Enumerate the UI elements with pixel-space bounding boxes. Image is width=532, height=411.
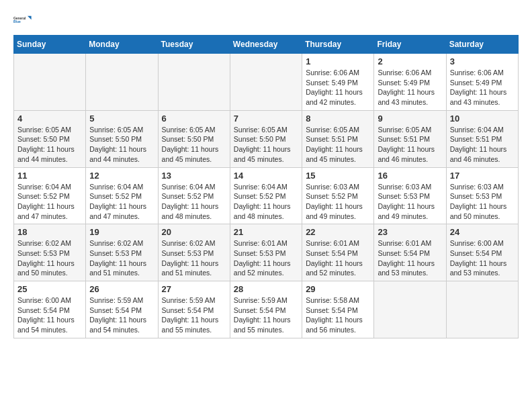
calendar-cell: 10Sunrise: 6:04 AM Sunset: 5:51 PM Dayli… <box>446 110 518 167</box>
day-number: 7 <box>234 113 298 124</box>
column-header-sunday: Sunday <box>14 36 86 54</box>
calendar-cell: 2Sunrise: 6:06 AM Sunset: 5:49 PM Daylig… <box>374 54 446 111</box>
day-info: Sunrise: 6:04 AM Sunset: 5:52 PM Dayligh… <box>89 182 154 222</box>
day-number: 9 <box>378 113 442 124</box>
day-info: Sunrise: 6:04 AM Sunset: 5:51 PM Dayligh… <box>450 125 515 165</box>
day-number: 24 <box>450 227 515 237</box>
calendar-cell: 15Sunrise: 6:03 AM Sunset: 5:52 PM Dayli… <box>302 167 374 224</box>
calendar-cell: 23Sunrise: 6:01 AM Sunset: 5:54 PM Dayli… <box>374 224 446 281</box>
week-row-1: 1Sunrise: 6:06 AM Sunset: 5:49 PM Daylig… <box>14 54 519 111</box>
day-number: 16 <box>378 171 442 181</box>
day-info: Sunrise: 5:59 AM Sunset: 5:54 PM Dayligh… <box>89 295 154 335</box>
calendar-cell: 6Sunrise: 6:05 AM Sunset: 5:50 PM Daylig… <box>158 110 230 167</box>
day-info: Sunrise: 6:05 AM Sunset: 5:50 PM Dayligh… <box>234 125 298 165</box>
svg-text:General: General <box>13 17 26 20</box>
column-header-thursday: Thursday <box>302 36 374 54</box>
svg-text:Blue: Blue <box>13 20 21 24</box>
day-number: 1 <box>306 56 370 66</box>
day-info: Sunrise: 6:05 AM Sunset: 5:51 PM Dayligh… <box>378 125 442 165</box>
day-info: Sunrise: 6:03 AM Sunset: 5:52 PM Dayligh… <box>306 182 370 222</box>
calendar-cell: 27Sunrise: 5:59 AM Sunset: 5:54 PM Dayli… <box>158 281 230 338</box>
day-number: 21 <box>234 227 298 237</box>
calendar-cell <box>86 54 158 111</box>
day-info: Sunrise: 6:03 AM Sunset: 5:53 PM Dayligh… <box>450 182 515 222</box>
calendar-cell: 7Sunrise: 6:05 AM Sunset: 5:50 PM Daylig… <box>230 110 302 167</box>
day-number: 13 <box>162 171 226 181</box>
header-row: SundayMondayTuesdayWednesdayThursdayFrid… <box>14 36 519 54</box>
day-info: Sunrise: 5:58 AM Sunset: 5:54 PM Dayligh… <box>306 295 370 335</box>
day-number: 29 <box>306 284 370 294</box>
calendar-cell: 29Sunrise: 5:58 AM Sunset: 5:54 PM Dayli… <box>302 281 374 338</box>
day-info: Sunrise: 6:03 AM Sunset: 5:53 PM Dayligh… <box>378 182 442 222</box>
day-number: 12 <box>89 171 154 181</box>
day-number: 10 <box>450 113 515 124</box>
column-header-monday: Monday <box>86 36 158 54</box>
day-number: 25 <box>17 284 82 294</box>
week-row-3: 11Sunrise: 6:04 AM Sunset: 5:52 PM Dayli… <box>14 167 519 224</box>
day-number: 20 <box>162 227 226 237</box>
column-header-saturday: Saturday <box>446 36 518 54</box>
column-header-wednesday: Wednesday <box>230 36 302 54</box>
day-number: 15 <box>306 171 370 181</box>
day-info: Sunrise: 6:00 AM Sunset: 5:54 PM Dayligh… <box>17 295 82 335</box>
day-info: Sunrise: 6:06 AM Sunset: 5:49 PM Dayligh… <box>306 68 370 107</box>
day-info: Sunrise: 5:59 AM Sunset: 5:54 PM Dayligh… <box>162 295 226 335</box>
day-info: Sunrise: 6:05 AM Sunset: 5:51 PM Dayligh… <box>306 125 370 165</box>
day-number: 19 <box>89 227 154 237</box>
calendar-cell: 1Sunrise: 6:06 AM Sunset: 5:49 PM Daylig… <box>302 54 374 111</box>
day-info: Sunrise: 6:02 AM Sunset: 5:53 PM Dayligh… <box>17 238 82 278</box>
calendar-cell: 25Sunrise: 6:00 AM Sunset: 5:54 PM Dayli… <box>14 281 86 338</box>
logo: GeneralBlue <box>13 11 32 30</box>
day-info: Sunrise: 6:00 AM Sunset: 5:54 PM Dayligh… <box>450 238 515 278</box>
calendar-cell: 12Sunrise: 6:04 AM Sunset: 5:52 PM Dayli… <box>86 167 158 224</box>
day-info: Sunrise: 6:05 AM Sunset: 5:50 PM Dayligh… <box>89 125 154 165</box>
calendar-cell <box>158 54 230 111</box>
calendar-cell: 17Sunrise: 6:03 AM Sunset: 5:53 PM Dayli… <box>446 167 518 224</box>
calendar-cell: 16Sunrise: 6:03 AM Sunset: 5:53 PM Dayli… <box>374 167 446 224</box>
calendar-cell <box>230 54 302 111</box>
day-info: Sunrise: 6:01 AM Sunset: 5:54 PM Dayligh… <box>378 238 442 278</box>
day-info: Sunrise: 6:02 AM Sunset: 5:53 PM Dayligh… <box>162 238 226 278</box>
calendar-cell: 14Sunrise: 6:04 AM Sunset: 5:52 PM Dayli… <box>230 167 302 224</box>
svg-marker-2 <box>28 16 32 20</box>
calendar-cell: 13Sunrise: 6:04 AM Sunset: 5:52 PM Dayli… <box>158 167 230 224</box>
column-header-friday: Friday <box>374 36 446 54</box>
day-info: Sunrise: 6:05 AM Sunset: 5:50 PM Dayligh… <box>162 125 226 165</box>
week-row-4: 18Sunrise: 6:02 AM Sunset: 5:53 PM Dayli… <box>14 224 519 281</box>
calendar-cell: 3Sunrise: 6:06 AM Sunset: 5:49 PM Daylig… <box>446 54 518 111</box>
calendar-cell <box>446 281 518 338</box>
calendar-cell: 22Sunrise: 6:01 AM Sunset: 5:54 PM Dayli… <box>302 224 374 281</box>
day-number: 5 <box>89 113 154 124</box>
calendar-cell: 4Sunrise: 6:05 AM Sunset: 5:50 PM Daylig… <box>14 110 86 167</box>
calendar-cell: 24Sunrise: 6:00 AM Sunset: 5:54 PM Dayli… <box>446 224 518 281</box>
logo-icon: GeneralBlue <box>13 11 32 30</box>
calendar-cell: 18Sunrise: 6:02 AM Sunset: 5:53 PM Dayli… <box>14 224 86 281</box>
calendar-cell <box>14 54 86 111</box>
week-row-2: 4Sunrise: 6:05 AM Sunset: 5:50 PM Daylig… <box>14 110 519 167</box>
day-info: Sunrise: 6:01 AM Sunset: 5:54 PM Dayligh… <box>306 238 370 278</box>
calendar-cell: 21Sunrise: 6:01 AM Sunset: 5:53 PM Dayli… <box>230 224 302 281</box>
calendar-cell: 8Sunrise: 6:05 AM Sunset: 5:51 PM Daylig… <box>302 110 374 167</box>
day-number: 2 <box>378 56 442 66</box>
day-info: Sunrise: 6:01 AM Sunset: 5:53 PM Dayligh… <box>234 238 298 278</box>
calendar-cell: 9Sunrise: 6:05 AM Sunset: 5:51 PM Daylig… <box>374 110 446 167</box>
week-row-5: 25Sunrise: 6:00 AM Sunset: 5:54 PM Dayli… <box>14 281 519 338</box>
calendar-cell: 28Sunrise: 5:59 AM Sunset: 5:54 PM Dayli… <box>230 281 302 338</box>
day-number: 18 <box>17 227 82 237</box>
day-number: 26 <box>89 284 154 294</box>
day-info: Sunrise: 6:04 AM Sunset: 5:52 PM Dayligh… <box>234 182 298 222</box>
day-number: 23 <box>378 227 442 237</box>
day-info: Sunrise: 6:06 AM Sunset: 5:49 PM Dayligh… <box>450 68 515 107</box>
day-number: 8 <box>306 113 370 124</box>
day-info: Sunrise: 6:04 AM Sunset: 5:52 PM Dayligh… <box>162 182 226 222</box>
day-number: 11 <box>17 171 82 181</box>
calendar-cell: 26Sunrise: 5:59 AM Sunset: 5:54 PM Dayli… <box>86 281 158 338</box>
day-info: Sunrise: 6:05 AM Sunset: 5:50 PM Dayligh… <box>17 125 82 165</box>
day-info: Sunrise: 6:02 AM Sunset: 5:53 PM Dayligh… <box>89 238 154 278</box>
day-number: 4 <box>17 113 82 124</box>
calendar-cell: 20Sunrise: 6:02 AM Sunset: 5:53 PM Dayli… <box>158 224 230 281</box>
calendar-table: SundayMondayTuesdayWednesdayThursdayFrid… <box>13 35 519 338</box>
calendar-cell: 11Sunrise: 6:04 AM Sunset: 5:52 PM Dayli… <box>14 167 86 224</box>
day-number: 14 <box>234 171 298 181</box>
day-number: 6 <box>162 113 226 124</box>
